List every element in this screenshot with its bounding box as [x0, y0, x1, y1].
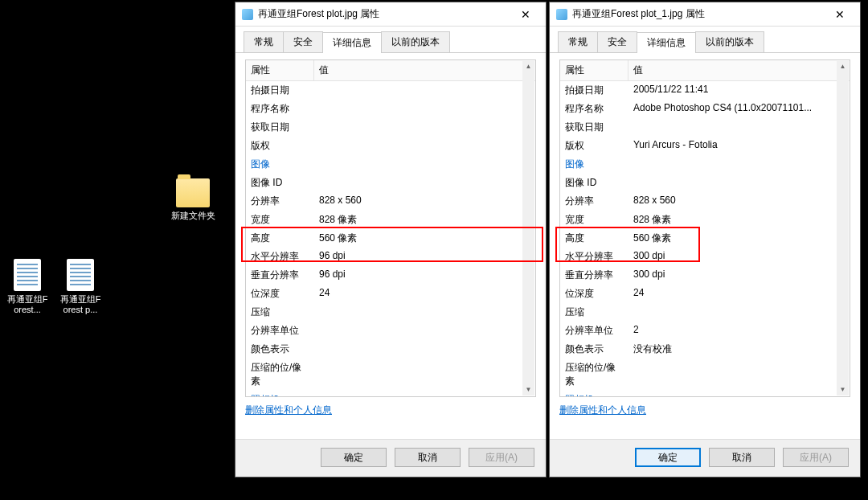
cancel-button[interactable]: 取消: [709, 448, 775, 467]
scroll-track[interactable]: [837, 72, 849, 384]
property-row[interactable]: 拍摄日期: [246, 81, 535, 100]
remove-properties-link[interactable]: 删除属性和个人信息: [245, 404, 332, 417]
property-value: [314, 157, 535, 172]
window-title: 再通亚组Forest plot_1.jpg 属性: [572, 7, 823, 21]
property-key: 图像 ID: [246, 175, 314, 191]
property-row[interactable]: 图像 ID: [246, 174, 535, 192]
desktop-file-2[interactable]: 再通亚组Forest p...: [58, 259, 103, 315]
tab-details[interactable]: 详细信息: [637, 32, 696, 53]
property-row[interactable]: 压缩的位/像素: [246, 359, 535, 391]
property-value: 2: [628, 323, 850, 338]
property-row[interactable]: 颜色表示没有校准: [560, 340, 850, 359]
scroll-up-icon[interactable]: ▲: [522, 61, 534, 72]
tab-previous[interactable]: 以前的版本: [695, 31, 764, 52]
remove-properties-link[interactable]: 删除属性和个人信息: [559, 404, 646, 417]
property-key: 水平分辨率: [246, 249, 314, 264]
tab-details[interactable]: 详细信息: [322, 32, 382, 53]
property-value: 没有校准: [628, 342, 850, 357]
desktop-file-1[interactable]: 再通亚组Forest...: [5, 259, 50, 315]
header-value: 值: [628, 60, 850, 80]
property-row[interactable]: 分辨率单位2: [560, 322, 850, 340]
property-row[interactable]: 垂直分辨率300 dpi: [560, 266, 850, 285]
ok-button[interactable]: 确定: [635, 448, 701, 467]
property-value: [314, 323, 535, 338]
property-row[interactable]: 高度560 像素: [246, 229, 535, 248]
property-key: 照相机: [560, 392, 628, 397]
property-key: 水平分辨率: [560, 249, 628, 264]
property-row[interactable]: 分辨率828 x 560: [560, 192, 850, 211]
property-row[interactable]: 宽度828 像素: [246, 211, 535, 229]
property-value: [314, 360, 535, 389]
apply-button: 应用(A): [783, 448, 849, 467]
property-key: 图像: [560, 157, 628, 172]
property-key: 压缩: [560, 305, 628, 320]
tab-security[interactable]: 安全: [283, 31, 323, 52]
property-row[interactable]: 分辨率828 x 560: [246, 192, 535, 211]
properties-rows[interactable]: 拍摄日期程序名称获取日期版权图像图像 ID分辨率828 x 560宽度828 像…: [246, 81, 535, 397]
property-row[interactable]: 垂直分辨率96 dpi: [246, 266, 535, 285]
property-value: [314, 342, 535, 357]
property-row[interactable]: 程序名称: [246, 100, 535, 118]
property-row[interactable]: 拍摄日期2005/11/22 11:41: [560, 81, 850, 100]
property-row[interactable]: 照相机: [246, 391, 535, 397]
property-row[interactable]: 获取日期: [560, 118, 850, 137]
property-row[interactable]: 图像: [246, 155, 535, 174]
property-key: 拍摄日期: [246, 83, 314, 98]
tab-general[interactable]: 常规: [244, 31, 284, 52]
tabs: 常规 安全 详细信息 以前的版本: [235, 27, 546, 53]
property-row[interactable]: 图像: [560, 155, 850, 174]
titlebar[interactable]: 再通亚组Forest plot_1.jpg 属性 ✕: [550, 2, 860, 27]
close-button[interactable]: ✕: [509, 3, 542, 26]
property-key: 压缩的位/像素: [246, 360, 314, 389]
property-row[interactable]: 照相机: [560, 391, 850, 397]
property-row[interactable]: 版权: [246, 137, 535, 155]
property-value: 96 dpi: [314, 268, 535, 283]
properties-rows[interactable]: 拍摄日期2005/11/22 11:41程序名称Adobe Photoshop …: [560, 81, 850, 397]
property-value: [314, 138, 535, 154]
property-row[interactable]: 压缩的位/像素: [560, 359, 850, 391]
property-row[interactable]: 宽度828 像素: [560, 211, 850, 229]
property-row[interactable]: 颜色表示: [246, 340, 535, 359]
property-row[interactable]: 分辨率单位: [246, 322, 535, 340]
property-key: 压缩: [246, 305, 314, 320]
tab-general[interactable]: 常规: [558, 31, 598, 52]
header-property: 属性: [246, 60, 314, 80]
scroll-down-icon[interactable]: ▼: [522, 384, 534, 395]
close-button[interactable]: ✕: [823, 3, 857, 26]
property-value: [314, 305, 535, 320]
property-row[interactable]: 图像 ID: [560, 174, 850, 192]
property-row[interactable]: 程序名称Adobe Photoshop CS4 (11.0x20071101..…: [560, 100, 850, 118]
property-row[interactable]: 版权Yuri Arcurs - Fotolia: [560, 137, 850, 155]
desktop-folder[interactable]: 新建文件夹: [169, 178, 217, 221]
tab-security[interactable]: 安全: [597, 31, 637, 52]
property-row[interactable]: 获取日期: [246, 118, 535, 137]
property-value: [628, 175, 850, 191]
property-key: 分辨率: [560, 194, 628, 209]
property-key: 版权: [246, 138, 314, 154]
details-panel: 属性 值 拍摄日期2005/11/22 11:41程序名称Adobe Photo…: [550, 53, 860, 439]
property-key: 照相机: [246, 392, 314, 397]
property-key: 颜色表示: [246, 342, 314, 357]
property-key: 高度: [560, 231, 628, 246]
property-key: 位深度: [560, 286, 628, 301]
tab-previous[interactable]: 以前的版本: [381, 31, 450, 52]
scroll-up-icon[interactable]: ▲: [837, 61, 849, 72]
property-key: 高度: [246, 231, 314, 246]
property-row[interactable]: 位深度24: [560, 285, 850, 303]
scrollbar[interactable]: ▲ ▼: [837, 61, 849, 395]
property-row[interactable]: 高度560 像素: [560, 229, 850, 248]
scroll-down-icon[interactable]: ▼: [837, 384, 849, 395]
titlebar[interactable]: 再通亚组Forest plot.jpg 属性 ✕: [235, 2, 546, 27]
image-file-icon: [14, 259, 41, 291]
property-row[interactable]: 压缩: [560, 303, 850, 322]
property-value: [628, 120, 850, 135]
property-value: [628, 305, 850, 320]
ok-button[interactable]: 确定: [321, 448, 387, 467]
scroll-track[interactable]: [522, 72, 534, 384]
property-row[interactable]: 压缩: [246, 303, 535, 322]
property-row[interactable]: 水平分辨率300 dpi: [560, 248, 850, 266]
property-row[interactable]: 水平分辨率96 dpi: [246, 248, 535, 266]
cancel-button[interactable]: 取消: [395, 448, 461, 467]
property-row[interactable]: 位深度24: [246, 285, 535, 303]
scrollbar[interactable]: ▲ ▼: [522, 61, 534, 395]
